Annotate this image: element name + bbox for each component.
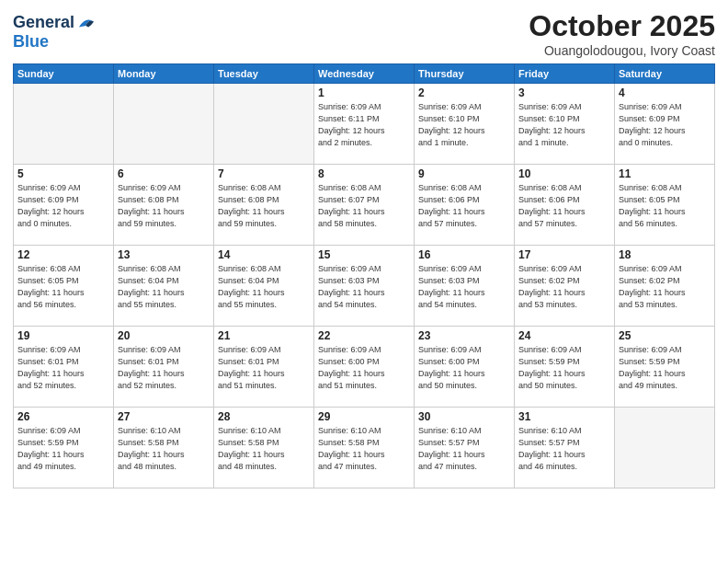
logo-icon: [76, 13, 97, 33]
weekday-wednesday: Wednesday: [314, 64, 415, 84]
day-number: 9: [418, 167, 510, 180]
weekday-thursday: Thursday: [415, 64, 515, 84]
day-number: 14: [218, 248, 310, 261]
day-cell: 9Sunrise: 6:08 AM Sunset: 6:06 PM Daylig…: [415, 165, 515, 246]
day-info: Sunrise: 6:09 AM Sunset: 6:01 PM Dayligh…: [17, 344, 109, 392]
day-cell: 4Sunrise: 6:09 AM Sunset: 6:09 PM Daylig…: [615, 84, 715, 165]
day-number: 22: [318, 329, 410, 342]
day-info: Sunrise: 6:10 AM Sunset: 5:58 PM Dayligh…: [118, 425, 210, 473]
day-info: Sunrise: 6:08 AM Sunset: 6:04 PM Dayligh…: [118, 263, 210, 311]
day-number: 29: [318, 410, 410, 423]
day-number: 11: [619, 167, 711, 180]
day-number: 1: [318, 86, 410, 99]
day-cell: 17Sunrise: 6:09 AM Sunset: 6:02 PM Dayli…: [515, 246, 615, 327]
day-cell: 18Sunrise: 6:09 AM Sunset: 6:02 PM Dayli…: [615, 246, 715, 327]
day-number: 6: [118, 167, 210, 180]
day-cell: 24Sunrise: 6:09 AM Sunset: 5:59 PM Dayli…: [515, 327, 615, 408]
logo-general: General: [13, 14, 74, 32]
day-cell: 5Sunrise: 6:09 AM Sunset: 6:09 PM Daylig…: [14, 165, 114, 246]
day-number: 13: [118, 248, 210, 261]
week-row-0: 1Sunrise: 6:09 AM Sunset: 6:11 PM Daylig…: [14, 84, 715, 165]
day-number: 17: [518, 248, 610, 261]
day-cell: 1Sunrise: 6:09 AM Sunset: 6:11 PM Daylig…: [314, 84, 415, 165]
day-info: Sunrise: 6:08 AM Sunset: 6:05 PM Dayligh…: [619, 182, 711, 230]
day-cell: 13Sunrise: 6:08 AM Sunset: 6:04 PM Dayli…: [114, 246, 214, 327]
day-cell: 20Sunrise: 6:09 AM Sunset: 6:01 PM Dayli…: [114, 327, 214, 408]
day-cell: 31Sunrise: 6:10 AM Sunset: 5:57 PM Dayli…: [515, 408, 615, 488]
day-info: Sunrise: 6:09 AM Sunset: 6:09 PM Dayligh…: [17, 182, 109, 230]
day-info: Sunrise: 6:09 AM Sunset: 6:09 PM Dayligh…: [619, 101, 711, 149]
day-cell: 6Sunrise: 6:09 AM Sunset: 6:08 PM Daylig…: [114, 165, 214, 246]
day-number: 8: [318, 167, 410, 180]
day-info: Sunrise: 6:08 AM Sunset: 6:06 PM Dayligh…: [518, 182, 610, 230]
page: General Blue October 2025 Ouangolodougou…: [0, 0, 728, 563]
day-cell: 23Sunrise: 6:09 AM Sunset: 6:00 PM Dayli…: [415, 327, 515, 408]
weekday-saturday: Saturday: [615, 64, 715, 84]
week-row-1: 5Sunrise: 6:09 AM Sunset: 6:09 PM Daylig…: [14, 165, 715, 246]
day-cell: 8Sunrise: 6:08 AM Sunset: 6:07 PM Daylig…: [314, 165, 415, 246]
day-cell: 22Sunrise: 6:09 AM Sunset: 6:00 PM Dayli…: [314, 327, 415, 408]
day-cell: [14, 84, 114, 165]
day-number: 26: [17, 410, 109, 423]
day-cell: 12Sunrise: 6:08 AM Sunset: 6:05 PM Dayli…: [14, 246, 114, 327]
day-info: Sunrise: 6:10 AM Sunset: 5:57 PM Dayligh…: [418, 425, 510, 473]
month-title: October 2025: [529, 9, 715, 43]
day-number: 2: [418, 86, 510, 99]
day-info: Sunrise: 6:08 AM Sunset: 6:07 PM Dayligh…: [318, 182, 410, 230]
location: Ouangolodougou, Ivory Coast: [529, 43, 715, 58]
day-cell: [615, 408, 715, 488]
day-info: Sunrise: 6:08 AM Sunset: 6:08 PM Dayligh…: [218, 182, 310, 230]
day-info: Sunrise: 6:08 AM Sunset: 6:04 PM Dayligh…: [218, 263, 310, 311]
day-info: Sunrise: 6:09 AM Sunset: 6:03 PM Dayligh…: [418, 263, 510, 311]
week-row-4: 26Sunrise: 6:09 AM Sunset: 5:59 PM Dayli…: [14, 408, 715, 488]
day-number: 10: [518, 167, 610, 180]
day-cell: 10Sunrise: 6:08 AM Sunset: 6:06 PM Dayli…: [515, 165, 615, 246]
day-info: Sunrise: 6:09 AM Sunset: 6:02 PM Dayligh…: [518, 263, 610, 311]
day-info: Sunrise: 6:09 AM Sunset: 6:00 PM Dayligh…: [418, 344, 510, 392]
day-number: 16: [418, 248, 510, 261]
day-info: Sunrise: 6:09 AM Sunset: 5:59 PM Dayligh…: [518, 344, 610, 392]
day-info: Sunrise: 6:09 AM Sunset: 6:00 PM Dayligh…: [318, 344, 410, 392]
day-info: Sunrise: 6:09 AM Sunset: 6:11 PM Dayligh…: [318, 101, 410, 149]
day-number: 5: [17, 167, 109, 180]
day-info: Sunrise: 6:10 AM Sunset: 5:58 PM Dayligh…: [318, 425, 410, 473]
day-info: Sunrise: 6:08 AM Sunset: 6:05 PM Dayligh…: [17, 263, 109, 311]
day-cell: [214, 84, 314, 165]
day-number: 27: [118, 410, 210, 423]
day-cell: 19Sunrise: 6:09 AM Sunset: 6:01 PM Dayli…: [14, 327, 114, 408]
weekday-tuesday: Tuesday: [214, 64, 314, 84]
title-block: October 2025 Ouangolodougou, Ivory Coast: [529, 9, 715, 58]
day-number: 4: [619, 86, 711, 99]
day-cell: 14Sunrise: 6:08 AM Sunset: 6:04 PM Dayli…: [214, 246, 314, 327]
day-info: Sunrise: 6:09 AM Sunset: 6:02 PM Dayligh…: [619, 263, 711, 311]
logo: General Blue: [13, 13, 97, 52]
day-cell: 21Sunrise: 6:09 AM Sunset: 6:01 PM Dayli…: [214, 327, 314, 408]
header: General Blue October 2025 Ouangolodougou…: [13, 9, 715, 58]
day-cell: [114, 84, 214, 165]
day-info: Sunrise: 6:09 AM Sunset: 6:01 PM Dayligh…: [218, 344, 310, 392]
day-number: 7: [218, 167, 310, 180]
day-number: 30: [418, 410, 510, 423]
day-cell: 30Sunrise: 6:10 AM Sunset: 5:57 PM Dayli…: [415, 408, 515, 488]
day-cell: 7Sunrise: 6:08 AM Sunset: 6:08 PM Daylig…: [214, 165, 314, 246]
weekday-header-row: SundayMondayTuesdayWednesdayThursdayFrid…: [14, 64, 715, 84]
day-info: Sunrise: 6:09 AM Sunset: 6:03 PM Dayligh…: [318, 263, 410, 311]
day-cell: 3Sunrise: 6:09 AM Sunset: 6:10 PM Daylig…: [515, 84, 615, 165]
week-row-2: 12Sunrise: 6:08 AM Sunset: 6:05 PM Dayli…: [14, 246, 715, 327]
day-number: 12: [17, 248, 109, 261]
day-number: 25: [619, 329, 711, 342]
weekday-monday: Monday: [114, 64, 214, 84]
day-cell: 25Sunrise: 6:09 AM Sunset: 5:59 PM Dayli…: [615, 327, 715, 408]
weekday-sunday: Sunday: [14, 64, 114, 84]
calendar: SundayMondayTuesdayWednesdayThursdayFrid…: [13, 63, 715, 488]
day-cell: 11Sunrise: 6:08 AM Sunset: 6:05 PM Dayli…: [615, 165, 715, 246]
day-cell: 15Sunrise: 6:09 AM Sunset: 6:03 PM Dayli…: [314, 246, 415, 327]
week-row-3: 19Sunrise: 6:09 AM Sunset: 6:01 PM Dayli…: [14, 327, 715, 408]
day-number: 15: [318, 248, 410, 261]
day-number: 20: [118, 329, 210, 342]
day-number: 19: [17, 329, 109, 342]
day-cell: 28Sunrise: 6:10 AM Sunset: 5:58 PM Dayli…: [214, 408, 314, 488]
day-info: Sunrise: 6:09 AM Sunset: 5:59 PM Dayligh…: [619, 344, 711, 392]
day-number: 23: [418, 329, 510, 342]
day-info: Sunrise: 6:09 AM Sunset: 6:01 PM Dayligh…: [118, 344, 210, 392]
